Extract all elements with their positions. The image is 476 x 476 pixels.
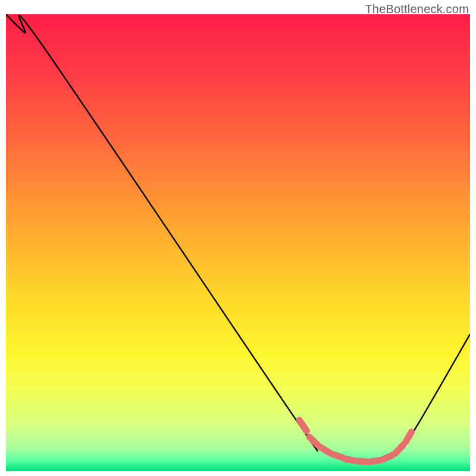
optimal-range-dash [383,455,392,459]
optimal-range-dash [333,455,342,458]
chart-stage: TheBottleneck.com [0,0,476,476]
plot-background [6,14,470,471]
bottleneck-chart [6,14,470,471]
optimal-range-dash [345,459,355,461]
optimal-range-dash [370,461,380,462]
optimal-range-dash [358,461,367,462]
